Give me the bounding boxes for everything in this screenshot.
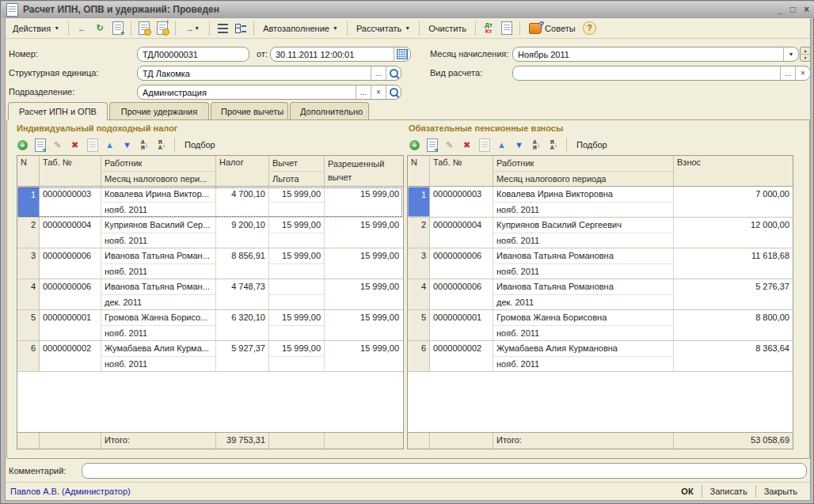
- ipn-delete-row-button[interactable]: ✖: [67, 138, 82, 153]
- structure-button[interactable]: [215, 21, 230, 36]
- opv-add-row-button[interactable]: +: [407, 138, 422, 153]
- comment-input[interactable]: [82, 464, 806, 478]
- opv-table-row[interactable]: 4 0000000006 Иванова Татьяна Романовнаде…: [408, 279, 793, 310]
- go-to-menu-button[interactable]: →▼: [181, 21, 204, 36]
- ipn-add-row-button[interactable]: +: [15, 138, 30, 153]
- tab-additional[interactable]: Дополнительно: [290, 102, 369, 119]
- ipn-edit-row-button[interactable]: ✎: [50, 138, 65, 153]
- ipn-move-up-button[interactable]: ▲: [102, 138, 117, 153]
- form-window: Действия ▼ ← ↻ + ↑ →▼ Автозаполнение ▼ Р…: [5, 17, 811, 501]
- chevron-down-icon: ▼: [333, 25, 338, 31]
- arrow-up-icon: ▲: [105, 140, 114, 150]
- opv-edit-row-button[interactable]: ✎: [442, 138, 457, 153]
- ipn-sort-desc-button[interactable]: ЯА↓: [154, 138, 169, 153]
- ipn-sort-asc-button[interactable]: АЯ↓: [137, 138, 152, 153]
- ipn-table-row[interactable]: 6 0000000002 Жумабаева Алия Курма...нояб…: [17, 341, 403, 372]
- opv-table-row[interactable]: 3 0000000006 Иванова Татьяна Романовнано…: [408, 248, 793, 279]
- reread-document-button[interactable]: ←: [74, 21, 89, 36]
- opv-table-row[interactable]: 1 0000000003 Ковалева Ирина Викторовнано…: [408, 187, 793, 218]
- sort-desc-icon: ЯА↓: [550, 139, 558, 150]
- opv-sort-asc-button[interactable]: АЯ↓: [529, 138, 544, 153]
- save-button[interactable]: Записать: [702, 483, 755, 500]
- refresh-button[interactable]: ↻: [92, 21, 108, 36]
- ipn-table-row[interactable]: 2 0000000004 Куприянов Василий Сер...ноя…: [17, 218, 403, 248]
- unit-open-button[interactable]: [386, 66, 401, 80]
- clear-button[interactable]: Очистить: [424, 22, 470, 35]
- calc-type-input[interactable]: [513, 66, 780, 80]
- opv-move-down-button[interactable]: ▼: [512, 138, 527, 153]
- opv-pick-button[interactable]: Подбор: [572, 138, 612, 151]
- opv-table-row[interactable]: 6 0000000002 Жумабаева Алия Курмановнано…: [408, 341, 793, 372]
- ipn-end-edit-button[interactable]: [85, 138, 100, 153]
- spinner-down-icon[interactable]: ▼: [801, 55, 810, 61]
- report-button[interactable]: [499, 21, 515, 36]
- ipn-copy-row-button[interactable]: +: [32, 138, 48, 153]
- month-dropdown-button[interactable]: ▼: [783, 47, 798, 61]
- number-input[interactable]: [138, 47, 249, 61]
- dt-kt-icon: ДтКт: [485, 22, 493, 35]
- tab-ipn-opv[interactable]: Расчет ИПН и ОПВ: [8, 102, 108, 120]
- spinner-up-icon[interactable]: ▲: [801, 47, 810, 55]
- ipn-pick-button[interactable]: Подбор: [180, 138, 220, 151]
- arrow-up-icon: ▲: [497, 140, 506, 150]
- chevron-down-icon: ▼: [405, 25, 410, 31]
- titlebar[interactable]: Расчет ИПН, ОПВ и удержаний: Проведен _ …: [2, 2, 814, 17]
- department-clear-button[interactable]: ×: [371, 85, 386, 99]
- maximize-button[interactable]: □: [790, 3, 796, 16]
- opv-table-toolbar: + + ✎ ✖ ▲ ▼ АЯ↓ ЯА↓ Подбор: [407, 136, 612, 153]
- ok-button[interactable]: ОК: [673, 483, 701, 500]
- accrual-month-field[interactable]: ▼: [512, 47, 799, 62]
- post-document-button[interactable]: [136, 21, 152, 36]
- date-field[interactable]: [270, 47, 411, 62]
- number-field[interactable]: [137, 47, 249, 62]
- comment-field[interactable]: [82, 463, 807, 479]
- actions-menu-button[interactable]: Действия ▼: [9, 22, 63, 35]
- accrual-month-input[interactable]: [513, 47, 783, 61]
- unit-select-button[interactable]: ...: [371, 66, 386, 80]
- opv-total-label: Итого:: [493, 433, 674, 449]
- opv-table-row[interactable]: 2 0000000004 Куприянов Василий Сергеевич…: [408, 218, 793, 248]
- copy-document-button[interactable]: +: [110, 21, 126, 36]
- report-icon: [501, 21, 512, 35]
- month-spinner[interactable]: ▲ ▼: [800, 47, 811, 62]
- autofill-menu-button[interactable]: Автозаполнение ▼: [259, 22, 342, 35]
- department-field[interactable]: ... ×: [137, 85, 401, 100]
- tab-other-deductions[interactable]: Прочие вычеты: [211, 102, 288, 119]
- end-edit-icon: [479, 138, 490, 152]
- calctype-clear-button[interactable]: ×: [795, 66, 810, 80]
- department-open-button[interactable]: [386, 85, 401, 99]
- comment-label: Комментарий:: [9, 464, 66, 479]
- minimize-button[interactable]: _: [777, 3, 782, 16]
- opv-move-up-button[interactable]: ▲: [494, 138, 509, 153]
- set-flags-button[interactable]: [233, 21, 249, 36]
- calctype-select-button[interactable]: ...: [780, 66, 795, 80]
- close-button[interactable]: ×: [804, 3, 809, 16]
- department-select-button[interactable]: ...: [356, 85, 371, 99]
- opv-table-footer: Итого: 53 058,69: [408, 432, 793, 449]
- opv-copy-row-button[interactable]: +: [424, 138, 439, 153]
- department-input[interactable]: [138, 85, 356, 99]
- calculate-menu-button[interactable]: Рассчитать ▼: [352, 22, 414, 35]
- calendar-button[interactable]: [394, 47, 410, 61]
- opv-end-edit-button[interactable]: [477, 138, 492, 153]
- ipn-table-row[interactable]: 5 0000000001 Громова Жанна Борисо...нояб…: [17, 310, 403, 341]
- close-form-button[interactable]: Закрыть: [756, 483, 805, 500]
- ipn-table-row[interactable]: 4 0000000006 Иванова Татьяна Роман...дек…: [17, 279, 403, 310]
- tab-other-withholdings[interactable]: Прочие удержания: [109, 102, 209, 119]
- ipn-move-down-button[interactable]: ▼: [120, 138, 135, 153]
- opv-delete-row-button[interactable]: ✖: [459, 138, 474, 153]
- structural-unit-input[interactable]: [138, 66, 371, 80]
- magnifier-icon: [390, 69, 398, 78]
- advice-button[interactable]: ? Советы: [525, 21, 579, 36]
- opv-table-row[interactable]: 5 0000000001 Громова Жанна Борисовнанояб…: [408, 310, 793, 341]
- ipn-table-row[interactable]: 1 0000000003 Ковалева Ирина Виктор...ноя…: [17, 187, 403, 218]
- ipn-table-row[interactable]: 3 0000000006 Иванова Татьяна Роман...ноя…: [17, 248, 403, 279]
- unpost-document-button[interactable]: ↑: [154, 21, 170, 36]
- date-input[interactable]: [271, 47, 394, 61]
- help-button[interactable]: ?: [582, 21, 598, 36]
- col-header-allowed: Разрешенный вычет: [325, 156, 402, 186]
- opv-sort-desc-button[interactable]: ЯА↓: [546, 138, 561, 153]
- dt-kt-button[interactable]: ДтКт: [481, 21, 496, 36]
- calc-type-field[interactable]: ... ×: [512, 66, 811, 81]
- structural-unit-field[interactable]: ...: [137, 66, 401, 81]
